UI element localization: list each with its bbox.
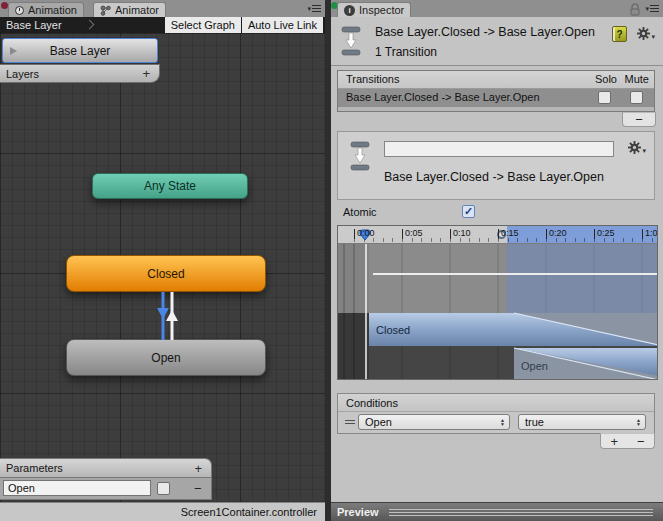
transition-name-field[interactable] bbox=[384, 141, 614, 157]
state-node-label: Closed bbox=[147, 267, 184, 281]
state-node-open[interactable]: Open bbox=[66, 339, 266, 376]
gear-dropdown-arrow-icon: ▾ bbox=[651, 34, 655, 40]
transition-detail-box: ▾ Base Layer.Closed -> Base Layer.Open bbox=[337, 131, 655, 200]
condition-add-remove-bar: + − bbox=[600, 433, 655, 449]
tab-animator[interactable]: Animator bbox=[93, 2, 166, 17]
preview-bar[interactable]: Preview bbox=[331, 502, 663, 521]
preview-header-label: Preview bbox=[337, 506, 379, 518]
ruler-tick bbox=[498, 229, 499, 239]
auto-live-link-button[interactable]: Auto Live Link bbox=[242, 17, 323, 33]
atomic-checkbox[interactable]: ✓ bbox=[462, 205, 475, 218]
ruler-tick-label: 0:10 bbox=[453, 228, 471, 238]
layer-list-item-base-layer[interactable]: Base Layer bbox=[2, 38, 158, 63]
state-node-label: Any State bbox=[144, 179, 196, 193]
drag-handle-icon[interactable] bbox=[345, 420, 355, 424]
dropdown-arrows-icon: ▲▼ bbox=[636, 418, 641, 426]
playhead-marker[interactable] bbox=[358, 228, 372, 241]
transition-region-overlay bbox=[507, 244, 658, 313]
inspector-window-menu-icon[interactable]: ▾ bbox=[645, 5, 659, 12]
layer-item-label: Base Layer bbox=[50, 44, 111, 58]
condition-parameter-dropdown[interactable]: Open ▲▼ bbox=[358, 414, 510, 430]
state-node-any-state[interactable]: Any State bbox=[92, 173, 248, 199]
mute-checkbox[interactable] bbox=[630, 91, 643, 104]
play-triangle-icon bbox=[10, 47, 17, 55]
transition-icon bbox=[341, 25, 361, 57]
timeline-tracks[interactable]: Closed Open bbox=[338, 244, 658, 380]
add-parameter-button[interactable]: + bbox=[194, 462, 202, 475]
inspector-panel: i Inspector ▾ Base Layer.Closed -> Base … bbox=[331, 0, 663, 521]
transitions-header-label: Transitions bbox=[346, 73, 399, 85]
add-layer-button[interactable]: + bbox=[142, 67, 150, 80]
parameters-header: Parameters + bbox=[0, 458, 212, 478]
parameter-bool-checkbox[interactable] bbox=[157, 482, 170, 495]
transitions-list-footer bbox=[338, 107, 654, 111]
condition-parameter-value: Open bbox=[359, 416, 500, 428]
animator-toolbar: Base Layer Select Graph Auto Live Link bbox=[0, 17, 325, 33]
transition-count: 1 Transition bbox=[375, 45, 437, 59]
parameter-row: − bbox=[0, 478, 212, 500]
breadcrumb[interactable]: Base Layer bbox=[6, 19, 62, 31]
add-condition-button[interactable]: + bbox=[610, 435, 618, 448]
condition-value-dropdown[interactable]: true ▲▼ bbox=[518, 414, 646, 430]
detail-gear-menu[interactable]: ▾ bbox=[628, 141, 646, 154]
select-graph-button[interactable]: Select Graph bbox=[165, 17, 241, 33]
gear-dropdown-arrow-icon: ▾ bbox=[642, 148, 646, 154]
tab-animator-label: Animator bbox=[115, 4, 159, 16]
conditions-header: Conditions bbox=[338, 394, 654, 412]
animator-tab-bar: Animation Animator ▾ bbox=[0, 0, 325, 17]
transition-timeline[interactable]: 0:000:050:100:150:200:251:00 bbox=[337, 225, 658, 380]
tab-inspector[interactable]: i Inspector bbox=[337, 2, 411, 17]
layers-header: Layers + bbox=[0, 64, 160, 83]
ruler-tick bbox=[594, 229, 595, 239]
arrow-up-head-icon bbox=[166, 310, 178, 321]
header-gear-menu[interactable]: ▾ bbox=[637, 27, 655, 40]
transition-row-label: Base Layer.Closed -> Base Layer.Open bbox=[346, 91, 540, 103]
animator-window-menu-icon[interactable]: ▾ bbox=[307, 5, 321, 12]
menu-arrow-icon: ▾ bbox=[645, 5, 649, 12]
dropdown-arrows-icon: ▲▼ bbox=[500, 418, 505, 426]
ruler-tick bbox=[354, 229, 355, 239]
atomic-label: Atomic bbox=[343, 206, 377, 218]
remove-transition-button[interactable]: − bbox=[635, 113, 643, 126]
animator-panel: Animation Animator ▾ Base Layer bbox=[0, 0, 325, 521]
menu-lines-icon bbox=[312, 5, 321, 12]
state-node-closed[interactable]: Closed bbox=[66, 255, 266, 292]
preview-drag-grip[interactable] bbox=[389, 509, 653, 516]
transitions-list: Transitions Solo Mute Base Layer.Closed … bbox=[337, 70, 655, 112]
gear-icon bbox=[628, 141, 641, 154]
remove-condition-button[interactable]: − bbox=[637, 435, 645, 448]
menu-lines-icon bbox=[650, 5, 659, 12]
solo-column-label: Solo bbox=[595, 73, 617, 85]
controller-status-bar: Screen1Container.controller bbox=[0, 502, 325, 521]
transition-title: Base Layer.Closed -> Base Layer.Open bbox=[375, 25, 595, 39]
parameters-header-label: Parameters bbox=[6, 462, 63, 474]
breadcrumb-chevron-icon bbox=[85, 20, 95, 30]
condition-row: Open ▲▼ true ▲▼ bbox=[338, 412, 654, 433]
tab-animation[interactable]: Animation bbox=[8, 2, 84, 17]
help-icon[interactable]: ? bbox=[612, 26, 627, 42]
transition-list-row[interactable]: Base Layer.Closed -> Base Layer.Open bbox=[338, 89, 654, 107]
arrow-down-head-icon bbox=[157, 308, 169, 319]
mute-column-label: Mute bbox=[625, 73, 649, 85]
closed-track-label: Closed bbox=[376, 324, 410, 336]
condition-value: true bbox=[519, 416, 636, 428]
lock-icon[interactable] bbox=[630, 3, 640, 16]
inspector-header: Base Layer.Closed -> Base Layer.Open 1 T… bbox=[331, 17, 663, 66]
conditions-section: Conditions Open ▲▼ true ▲▼ bbox=[337, 393, 655, 434]
ruler-tick bbox=[402, 229, 403, 239]
state-machine-graph[interactable]: Base Layer Layers + Any State Closed Ope… bbox=[0, 33, 325, 502]
parameter-name-field[interactable] bbox=[3, 480, 151, 496]
transition-detail-label: Base Layer.Closed -> Base Layer.Open bbox=[384, 170, 604, 184]
remove-parameter-button[interactable]: − bbox=[194, 482, 202, 495]
transition-arrows bbox=[155, 292, 187, 340]
timeline-ruler[interactable]: 0:000:050:100:150:200:251:00 bbox=[338, 226, 657, 244]
ruler-tick bbox=[450, 229, 451, 239]
solo-checkbox[interactable] bbox=[598, 91, 611, 104]
layers-header-label: Layers bbox=[6, 68, 39, 80]
check-icon: ✓ bbox=[464, 206, 473, 217]
state-node-label: Open bbox=[151, 351, 180, 365]
tab-inspector-label: Inspector bbox=[359, 4, 404, 16]
ruler-minor-ticks bbox=[354, 238, 657, 242]
remove-transition-bar: − bbox=[622, 112, 656, 127]
inspector-tab-bar: i Inspector ▾ bbox=[331, 0, 663, 17]
